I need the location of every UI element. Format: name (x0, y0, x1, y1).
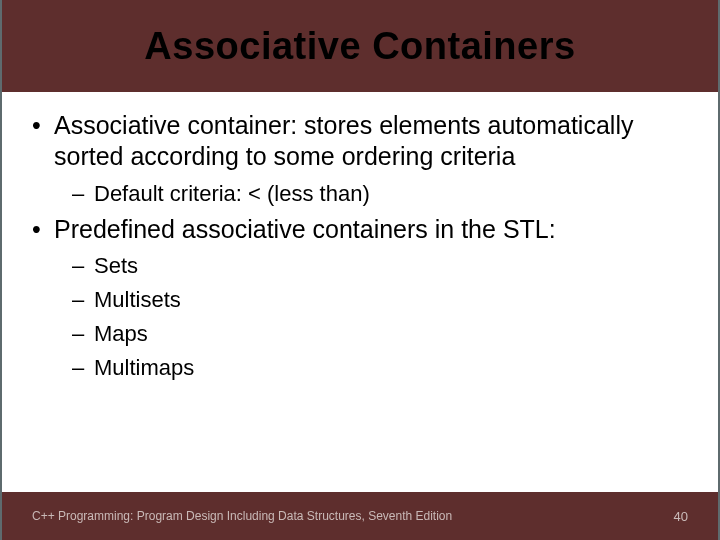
list-item-text: Predefined associative containers in the… (54, 215, 556, 243)
list-item: Predefined associative containers in the… (32, 214, 688, 382)
list-item-text: Sets (94, 253, 138, 278)
page-number: 40 (674, 509, 688, 524)
list-item-text: Default criteria: < (less than) (94, 181, 370, 206)
list-item: Multisets (72, 285, 688, 315)
list-item-text: Multisets (94, 287, 181, 312)
list-item-text: Multimaps (94, 355, 194, 380)
list-item-text: Maps (94, 321, 148, 346)
list-item: Associative container: stores elements a… (32, 110, 688, 208)
sub-bullet-list: Sets Multisets Maps Multimaps (72, 251, 688, 382)
list-item-text: Associative container: stores elements a… (54, 111, 633, 170)
sub-bullet-list: Default criteria: < (less than) (72, 179, 688, 209)
list-item: Multimaps (72, 353, 688, 383)
bullet-list: Associative container: stores elements a… (32, 110, 688, 382)
slide: Associative Containers Associative conta… (0, 0, 720, 540)
footer-band: C++ Programming: Program Design Includin… (2, 492, 718, 540)
slide-title: Associative Containers (144, 25, 575, 68)
list-item: Maps (72, 319, 688, 349)
list-item: Sets (72, 251, 688, 281)
slide-content: Associative container: stores elements a… (2, 92, 718, 382)
footer-text: C++ Programming: Program Design Includin… (32, 509, 452, 523)
title-band: Associative Containers (2, 0, 718, 92)
list-item: Default criteria: < (less than) (72, 179, 688, 209)
